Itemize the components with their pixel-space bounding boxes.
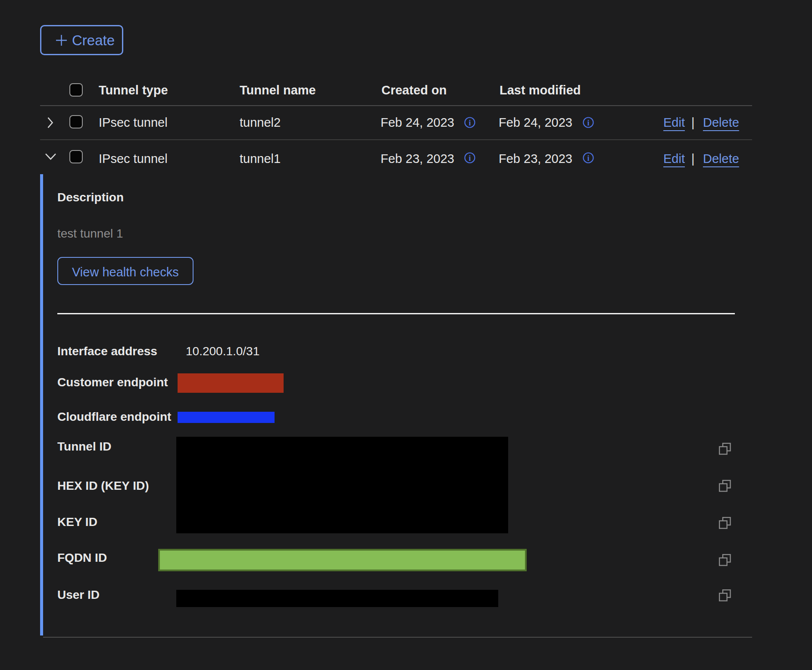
svg-text:i: i xyxy=(587,154,589,163)
svg-text:i: i xyxy=(468,119,471,127)
svg-text:i: i xyxy=(468,154,471,163)
svg-text:i: i xyxy=(587,119,589,127)
